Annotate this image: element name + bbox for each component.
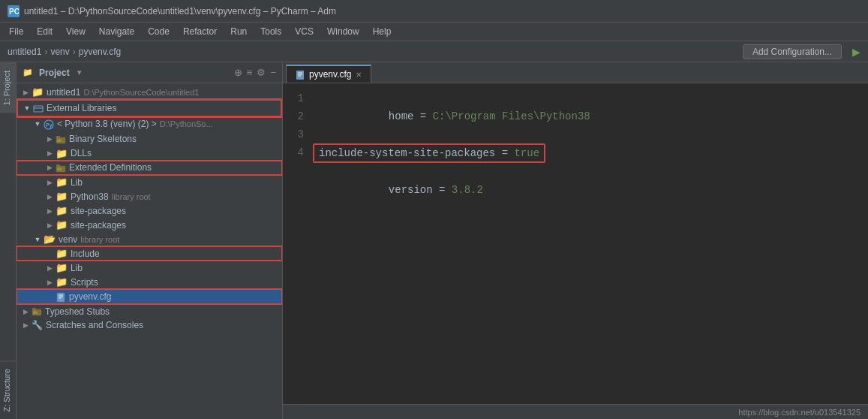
editor-area: pyvenv.cfg ✕ 1 2 3 4 home = C:\Program F…	[283, 62, 868, 419]
panel-header: 📁 Project ▼ ⊕ ≡ ⚙ −	[17, 62, 282, 83]
tree-item-lib[interactable]: ▶ 📁 Lib	[17, 175, 282, 189]
folder-include-icon: 📁	[56, 248, 68, 259]
tree-item-scripts[interactable]: ▶ 📁 Scripts	[17, 275, 282, 289]
code-line2-highlighted: include-system-site-packages = true	[313, 143, 545, 163]
arrow-venv-icon: ▼	[32, 236, 44, 243]
line-numbers: 1 2 3 4	[283, 89, 313, 398]
file-cfg-icon	[56, 291, 66, 303]
folder-sp1-icon: 📁	[56, 205, 68, 216]
breadcrumb-venv[interactable]: venv	[50, 47, 69, 57]
tab-close-icon[interactable]: ✕	[356, 71, 362, 79]
svg-rect-2	[34, 106, 43, 112]
folder-open-icon: 📁	[32, 86, 44, 98]
tree-item-python38-folder[interactable]: ▶ 📁 Python38 library root	[17, 189, 282, 203]
menu-navigate[interactable]: Navigate	[93, 25, 140, 38]
locate-icon[interactable]: ⊕	[234, 67, 242, 78]
tree-label-untitled1: untitled1	[47, 87, 80, 98]
arrow-binary-icon: ▶	[44, 135, 56, 143]
menu-view[interactable]: View	[60, 25, 92, 38]
line3-val: 3.8.2	[452, 184, 483, 196]
tree-label-scratches: Scratches and Consoles	[46, 320, 143, 330]
panel-title: Project	[39, 68, 70, 78]
tree-label-scripts: Scripts	[71, 277, 98, 288]
arrow-python-icon: ▼	[32, 120, 44, 128]
arrow-lib2-icon: ▶	[44, 264, 56, 272]
tree-sublabel-python38: D:\PythonSo...	[160, 119, 213, 128]
structure-tab[interactable]: Z: Structure	[0, 360, 16, 419]
line-num-1: 1	[283, 89, 304, 107]
svg-rect-25	[296, 71, 304, 80]
menu-vcs[interactable]: VCS	[289, 25, 320, 38]
tree-item-extended-definitions[interactable]: ▶ Extended Definitions	[17, 161, 282, 176]
folder-dlls-icon: 📁	[56, 148, 68, 159]
breadcrumb-sep2: ›	[73, 47, 76, 57]
tree-item-binary-skeletons[interactable]: ▶ Binary Skeletons	[17, 131, 282, 146]
arrow-icon: ▶	[20, 89, 32, 96]
run-arrow-icon[interactable]: ▶	[852, 46, 860, 58]
tree-item-scratches[interactable]: ▶ 🔧 Scratches and Consoles	[17, 318, 282, 332]
left-side-tabs: 1: Project Z: Structure	[0, 62, 17, 419]
arrow-dlls-icon: ▶	[44, 149, 56, 157]
main-area: 1: Project Z: Structure 📁 Project ▼ ⊕ ≡ …	[0, 62, 868, 419]
arrow-scratches-icon: ▶	[20, 321, 32, 329]
tree-label-binary-skeletons: Binary Skeletons	[69, 134, 137, 144]
tree-label-include: Include	[71, 249, 100, 259]
tree-item-typeshed[interactable]: ▶ Typeshed Stubs	[17, 304, 282, 319]
tree-item-lib2[interactable]: ▶ 📁 Lib	[17, 261, 282, 275]
breadcrumb-untitled1[interactable]: untitled1	[8, 47, 41, 57]
breadcrumb: untitled1 › venv › pyvenv.cfg	[8, 47, 121, 57]
tree-item-dlls[interactable]: ▶ 📁 DLLs	[17, 146, 282, 161]
tree-item-include[interactable]: 📁 Include	[17, 246, 282, 261]
svg-text:Py: Py	[46, 122, 53, 128]
minimize-icon[interactable]: −	[270, 67, 276, 78]
breadcrumb-file[interactable]: pyvenv.cfg	[79, 47, 121, 57]
tree-sublabel-python38-folder: library root	[112, 192, 151, 201]
tree-label-lib2: Lib	[71, 263, 83, 273]
collapse-icon[interactable]: ≡	[247, 67, 253, 78]
menu-refactor[interactable]: Refactor	[177, 25, 223, 38]
svg-text:PC: PC	[9, 8, 20, 16]
menu-run[interactable]: Run	[224, 25, 253, 38]
menu-edit[interactable]: Edit	[31, 25, 59, 38]
settings-icon[interactable]: ⚙	[257, 67, 266, 78]
tree-item-untitled1[interactable]: ▶ 📁 untitled1 D:\PythonSourceCode\untitl…	[17, 85, 282, 99]
menu-file[interactable]: File	[3, 25, 29, 38]
add-configuration-button[interactable]: Add Configuration...	[743, 44, 842, 59]
tree-label-pyvenv-cfg: pyvenv.cfg	[69, 291, 111, 302]
project-tab[interactable]: 1: Project	[0, 62, 16, 113]
window-title: untitled1 – D:\PythonSourceCode\untitled…	[24, 6, 336, 17]
tree-item-pyvenv-cfg[interactable]: pyvenv.cfg	[17, 289, 282, 304]
line-num-4: 4	[283, 143, 304, 161]
menu-tools[interactable]: Tools	[254, 25, 287, 38]
arrow-scripts-icon: ▶	[44, 279, 56, 286]
menu-window[interactable]: Window	[321, 25, 365, 38]
menu-help[interactable]: Help	[367, 25, 398, 38]
code-line-4	[313, 217, 868, 235]
tab-label-pyvenv-cfg: pyvenv.cfg	[309, 69, 351, 80]
folder-venv-icon: 📂	[44, 234, 56, 245]
tree-label-external-libraries: External Libraries	[47, 103, 116, 113]
panel-dropdown-icon[interactable]: ▼	[76, 68, 83, 77]
tree-label-lib: Lib	[71, 177, 83, 188]
tab-pyvenv-cfg[interactable]: pyvenv.cfg ✕	[286, 65, 371, 83]
menu-code[interactable]: Code	[142, 25, 176, 38]
line1-val: C:\Program Files\Python38	[433, 110, 590, 122]
arrow-open-icon: ▼	[21, 104, 33, 112]
tree-sublabel-venv: library root	[80, 235, 119, 244]
line1-key: home	[389, 110, 414, 122]
status-bar: https://blog.csdn.net/u013541325	[283, 404, 868, 419]
project-panel: 📁 Project ▼ ⊕ ≡ ⚙ − ▶ 📁 untitled1 D:\Pyt…	[17, 62, 283, 419]
editor-content[interactable]: 1 2 3 4 home = C:\Program Files\Python38…	[283, 83, 868, 404]
title-bar-left: PC untitled1 – D:\PythonSourceCode\untit…	[8, 5, 336, 17]
tree-item-external-libraries[interactable]: ▼ External Libraries	[17, 99, 282, 117]
line2-op: =	[495, 147, 514, 159]
tree-item-python38[interactable]: ▼ Py < Python 3.8 (venv) (2) > D:\Python…	[17, 117, 282, 132]
tab-file-icon	[296, 69, 305, 80]
tree-item-site-packages2[interactable]: ▶ 📁 site-packages	[17, 218, 282, 232]
arrow-lib-icon: ▶	[44, 179, 56, 186]
code-line3-text: version = 3.8.2	[313, 163, 483, 217]
tree-item-site-packages1[interactable]: ▶ 📁 site-packages	[17, 203, 282, 218]
arrow-sp1-icon: ▶	[44, 207, 56, 215]
external-libraries-icon	[33, 102, 44, 114]
tree-item-venv[interactable]: ▼ 📂 venv library root	[17, 232, 282, 246]
